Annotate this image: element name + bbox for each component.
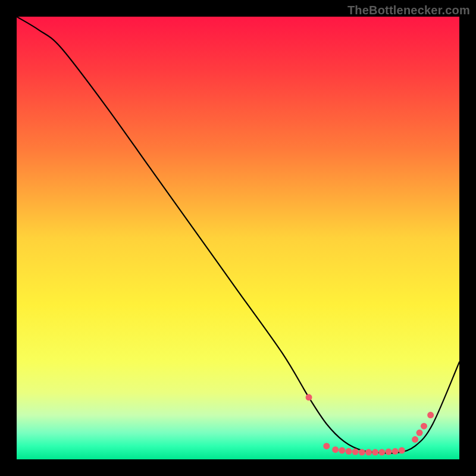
marker-point [378, 449, 385, 456]
marker-point [332, 446, 339, 453]
marker-point [372, 449, 378, 456]
marker-point [352, 449, 359, 455]
marker-point [346, 448, 352, 455]
marker-point [421, 423, 427, 430]
marker-point [359, 449, 365, 456]
marker-point [306, 394, 312, 400]
gradient-background [17, 17, 459, 459]
chart-frame: TheBottlenecker.com [0, 0, 476, 476]
marker-point [385, 449, 392, 455]
marker-point [412, 436, 418, 443]
marker-point [323, 443, 330, 449]
marker-point [399, 447, 405, 454]
marker-point [339, 447, 345, 454]
marker-point [427, 412, 434, 418]
marker-point [392, 448, 399, 455]
attribution-label: TheBottlenecker.com [347, 4, 470, 17]
chart-svg [17, 17, 459, 459]
plot-area [17, 17, 459, 459]
marker-point [416, 430, 423, 436]
marker-point [365, 449, 372, 456]
